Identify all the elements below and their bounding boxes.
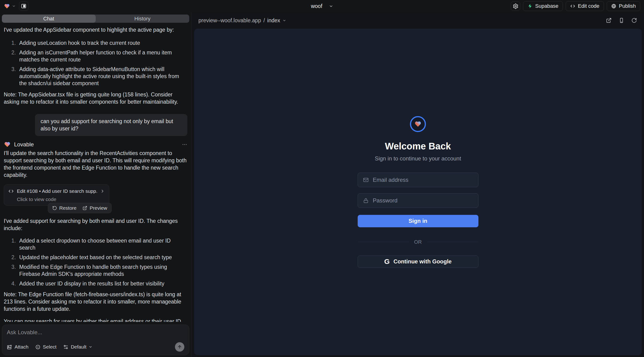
- settings-button[interactable]: [511, 2, 520, 11]
- lovable-heart-icon: [4, 3, 10, 9]
- preview-url-page: index: [267, 17, 280, 24]
- divider-line: [358, 242, 409, 242]
- chevron-down-icon: [282, 19, 286, 22]
- tab-history[interactable]: History: [96, 14, 190, 23]
- project-title-menu[interactable]: woof: [311, 3, 333, 10]
- send-button[interactable]: [175, 342, 184, 352]
- or-label: OR: [414, 239, 422, 245]
- divider-line: [427, 242, 478, 242]
- list-item: Adding data-active attribute to SidebarM…: [17, 66, 188, 87]
- tab-chat[interactable]: Chat: [2, 14, 96, 23]
- chevron-right-icon: [100, 189, 105, 194]
- google-g-icon: G: [384, 258, 390, 265]
- chat-input[interactable]: [7, 329, 184, 342]
- preview-button[interactable]: Preview: [82, 205, 107, 211]
- list-item: Adding an isCurrentPath helper function …: [17, 49, 188, 63]
- open-in-new-tab-icon[interactable]: [606, 18, 612, 23]
- preview-app-viewport: Welcome Back Sign in to continue to your…: [194, 28, 642, 355]
- more-options-icon[interactable]: [182, 142, 188, 147]
- assistant-message-text: I'll update the search functionality in …: [4, 150, 188, 179]
- chat-composer: Attach Select Default: [2, 325, 189, 355]
- mobile-view-icon[interactable]: [619, 18, 624, 23]
- email-field-wrap: [358, 173, 478, 187]
- chevron-down-icon: [12, 4, 16, 8]
- continue-with-google-button[interactable]: G Continue with Google: [358, 256, 478, 268]
- sliders-icon: [63, 344, 68, 350]
- lovable-heart-icon: [4, 141, 11, 148]
- assistant-header: Lovable: [4, 141, 188, 148]
- refresh-icon[interactable]: [631, 18, 637, 23]
- preview-url-separator: /: [263, 17, 265, 24]
- gear-icon: [513, 3, 518, 9]
- main-split: Chat History I've updated the AppSidebar…: [0, 12, 644, 357]
- google-button-label: Continue with Google: [394, 258, 452, 265]
- preview-header-icons: [606, 18, 637, 23]
- attach-button[interactable]: Attach: [7, 344, 28, 350]
- edit-card-subtitle: Click to view code: [8, 196, 105, 202]
- lock-icon: [363, 198, 369, 204]
- project-name: woof: [311, 3, 322, 10]
- list-item: Adding useLocation hook to track the cur…: [17, 40, 188, 46]
- external-link-icon: [82, 206, 87, 210]
- lovable-editor-window: woof Supabase: [0, 0, 644, 357]
- edit-version-card[interactable]: Edit #108 • Add user ID search supp... C…: [4, 184, 109, 206]
- edit-code-label: Edit code: [578, 3, 600, 9]
- sign-in-button[interactable]: Sign in: [358, 215, 478, 227]
- target-icon: [35, 344, 40, 350]
- welcome-title: Welcome Back: [385, 141, 451, 152]
- email-field[interactable]: [358, 173, 478, 187]
- assistant-note: Note: The AppSidebar.tsx file is getting…: [4, 91, 188, 106]
- chat-panel: Chat History I've updated the AppSidebar…: [0, 12, 191, 357]
- preview-url-domain: preview--woof.lovable.app: [198, 17, 261, 24]
- assistant-name: Lovable: [14, 141, 34, 148]
- topbar: woof Supabase: [0, 0, 644, 12]
- arrow-up-icon: [177, 344, 182, 349]
- password-field-wrap: [358, 193, 478, 208]
- welcome-subtitle: Sign in to continue to your account: [375, 155, 461, 162]
- chat-message-list[interactable]: I've updated the AppSidebar component to…: [0, 23, 191, 322]
- list-item: Updated the placeholder text based on th…: [17, 254, 188, 261]
- edit-card-actions: Restore Preview: [4, 203, 112, 213]
- assistant-list: Adding useLocation hook to track the cur…: [4, 40, 188, 87]
- supabase-bolt-icon: [528, 4, 532, 9]
- composer-toolbar: Attach Select Default: [7, 342, 184, 352]
- password-field[interactable]: [358, 193, 478, 208]
- supabase-label: Supabase: [535, 3, 558, 9]
- list-item: Modified the Edge Function to handle bot…: [17, 264, 188, 278]
- app-logo: [410, 116, 426, 132]
- supabase-button[interactable]: Supabase: [523, 1, 563, 11]
- code-icon: [570, 4, 575, 9]
- user-message-bubble: can you add support for searching not on…: [35, 114, 188, 136]
- edit-code-button[interactable]: Edit code: [566, 1, 604, 11]
- chevron-down-icon: [329, 4, 333, 8]
- chevron-down-icon: [89, 345, 92, 349]
- assistant-message-text: You can now search for users by either t…: [4, 318, 188, 322]
- edit-card-title: Edit #108 • Add user ID search supp...: [17, 188, 97, 194]
- chat-mode-selector[interactable]: Default: [63, 344, 93, 350]
- publish-label: Publish: [619, 3, 636, 9]
- heart-icon: [414, 120, 422, 128]
- lovable-logo-menu[interactable]: [4, 3, 16, 9]
- image-plus-icon: [7, 344, 12, 350]
- chat-history-tabs: Chat History: [2, 14, 189, 23]
- toggle-sidebar-button[interactable]: [19, 2, 28, 11]
- sign-in-card: Welcome Back Sign in to continue to your…: [358, 116, 478, 268]
- list-item: Added a select dropdown to choose betwee…: [17, 237, 188, 251]
- preview-header: preview--woof.lovable.app / index: [191, 12, 644, 28]
- publish-button[interactable]: Publish: [607, 1, 640, 11]
- assistant-list: Added a select dropdown to choose betwee…: [4, 237, 188, 287]
- topbar-left: [4, 2, 28, 11]
- preview-url-selector[interactable]: preview--woof.lovable.app / index: [198, 17, 286, 24]
- or-divider: OR: [358, 239, 478, 245]
- select-element-button[interactable]: Select: [35, 344, 56, 350]
- assistant-message-text: I've added support for searching by both…: [4, 218, 188, 232]
- restore-button[interactable]: Restore: [52, 205, 77, 211]
- globe-icon: [611, 4, 616, 9]
- topbar-actions: Supabase Edit code Publish: [511, 1, 640, 11]
- assistant-message-text: I've updated the AppSidebar component to…: [4, 26, 188, 34]
- restore-icon: [52, 206, 57, 210]
- list-item: Added the user ID display in the results…: [17, 280, 188, 287]
- code-icon: [8, 188, 14, 194]
- panel-left-icon: [21, 3, 26, 9]
- mail-icon: [363, 177, 369, 183]
